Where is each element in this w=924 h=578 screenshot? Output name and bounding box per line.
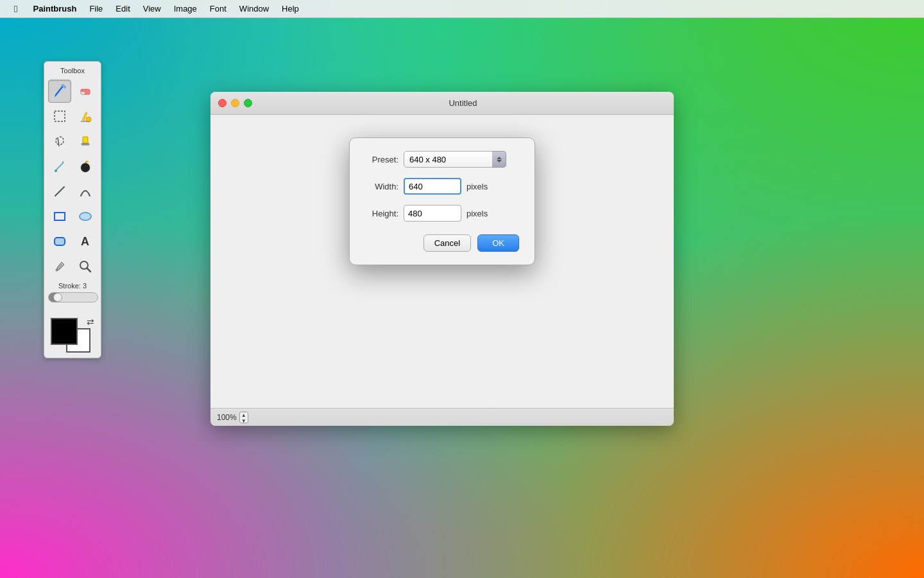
stroke-section: Stroke: 3	[48, 282, 97, 305]
canvas-window: Untitled Preset: 640 x 480 800 x 600 102…	[210, 92, 674, 426]
tool-grid: A	[48, 80, 97, 278]
width-input[interactable]	[404, 178, 461, 195]
width-row: Width: pixels	[365, 178, 519, 195]
svg-point-12	[81, 163, 90, 172]
fill-icon	[78, 109, 92, 123]
tool-bomb[interactable]	[74, 155, 97, 178]
apple-menu[interactable]: 	[8, 0, 24, 18]
window-footer: 100% ▲ ▼	[210, 408, 674, 426]
width-label: Width:	[365, 182, 398, 191]
window-title: Untitled	[260, 98, 666, 108]
eraser-icon	[78, 84, 92, 98]
window-maximize-button[interactable]	[244, 99, 252, 107]
tool-ellipse[interactable]	[74, 205, 97, 228]
zoom-down-icon[interactable]: ▼	[240, 418, 248, 423]
svg-rect-5	[55, 111, 65, 121]
preset-select-wrap: 640 x 480 800 x 600 1024 x 768 1280 x 72…	[404, 151, 506, 168]
stamp-icon	[78, 134, 92, 148]
tool-pencil[interactable]	[48, 80, 71, 103]
zoom-stepper[interactable]: ▲ ▼	[239, 412, 248, 423]
tool-line[interactable]	[48, 180, 71, 203]
tool-lasso[interactable]	[48, 130, 71, 153]
new-document-dialog: Preset: 640 x 480 800 x 600 1024 x 768 1…	[349, 137, 535, 265]
tool-curve[interactable]	[74, 180, 97, 203]
window-close-button[interactable]	[218, 99, 227, 107]
ok-button[interactable]: OK	[477, 234, 519, 252]
pencil-icon	[53, 84, 67, 98]
svg-rect-10	[81, 143, 89, 145]
menu-bar:  Paintbrush File Edit View Image Font W…	[0, 0, 924, 18]
bomb-icon	[78, 159, 92, 173]
svg-line-0	[56, 86, 63, 95]
window-minimize-button[interactable]	[231, 99, 239, 107]
curve-icon	[78, 184, 92, 198]
color-section: ⇄	[48, 311, 97, 353]
menu-image[interactable]: Image	[167, 0, 203, 18]
window-titlebar: Untitled	[210, 92, 674, 115]
text-icon: A	[81, 235, 89, 249]
svg-point-18	[80, 213, 91, 220]
svg-line-23	[87, 268, 90, 272]
app-name: Paintbrush	[26, 0, 83, 18]
svg-point-11	[55, 170, 57, 172]
tool-rounded-rect[interactable]	[48, 230, 71, 253]
tool-magnify[interactable]	[74, 255, 97, 278]
rounded-rect-icon	[53, 234, 67, 249]
menu-file[interactable]: File	[83, 0, 109, 18]
svg-rect-16	[55, 213, 65, 220]
tool-fill[interactable]	[74, 105, 97, 128]
ellipse-icon	[78, 209, 92, 223]
brush-icon	[53, 159, 67, 173]
toolbox-title: Toolbox	[48, 67, 97, 74]
preset-select[interactable]: 640 x 480 800 x 600 1024 x 768 1280 x 72…	[404, 151, 506, 168]
preset-label: Preset:	[365, 155, 398, 164]
preset-row: Preset: 640 x 480 800 x 600 1024 x 768 1…	[365, 151, 519, 168]
svg-line-1	[55, 95, 56, 96]
dialog-buttons: Cancel OK	[365, 234, 519, 252]
zoom-control: 100% ▲ ▼	[217, 412, 248, 423]
width-unit: pixels	[466, 182, 488, 191]
tool-text[interactable]: A	[74, 230, 97, 253]
swap-colors-icon[interactable]: ⇄	[87, 317, 94, 327]
menu-edit[interactable]: Edit	[109, 0, 136, 18]
menu-window[interactable]: Window	[233, 0, 275, 18]
lasso-icon	[53, 134, 67, 148]
svg-line-8	[58, 137, 59, 146]
stroke-slider[interactable]	[48, 292, 98, 302]
zoom-value: 100%	[217, 413, 237, 422]
svg-point-20	[56, 269, 58, 272]
rect-icon	[53, 209, 67, 223]
window-content: Preset: 640 x 480 800 x 600 1024 x 768 1…	[210, 115, 674, 408]
svg-rect-19	[55, 238, 65, 245]
svg-line-14	[87, 161, 88, 162]
tool-eyedropper[interactable]	[48, 255, 71, 278]
select-rect-icon	[53, 109, 67, 123]
dialog-overlay: Preset: 640 x 480 800 x 600 1024 x 768 1…	[210, 115, 674, 408]
svg-rect-9	[83, 137, 88, 143]
tool-select-rect[interactable]	[48, 105, 71, 128]
menu-view[interactable]: View	[137, 0, 167, 18]
svg-rect-4	[81, 92, 85, 94]
svg-line-15	[55, 187, 64, 196]
menu-font[interactable]: Font	[203, 0, 233, 18]
line-icon	[53, 184, 67, 198]
toolbox: Toolbox	[44, 61, 101, 358]
height-label: Height:	[365, 209, 398, 218]
magnify-icon	[78, 259, 92, 274]
zoom-up-icon[interactable]: ▲	[240, 412, 248, 418]
height-row: Height: pixels	[365, 205, 519, 222]
tool-rect[interactable]	[48, 205, 71, 228]
cancel-button[interactable]: Cancel	[424, 234, 471, 252]
eyedropper-icon	[53, 259, 67, 274]
menu-help[interactable]: Help	[275, 0, 305, 18]
window-controls	[218, 99, 252, 107]
tool-eraser[interactable]	[74, 80, 97, 103]
tool-brush[interactable]	[48, 155, 71, 178]
height-unit: pixels	[466, 209, 488, 218]
tool-stamp[interactable]	[74, 130, 97, 153]
foreground-color[interactable]	[51, 318, 78, 345]
stroke-label: Stroke: 3	[48, 282, 97, 290]
height-input[interactable]	[404, 205, 461, 222]
